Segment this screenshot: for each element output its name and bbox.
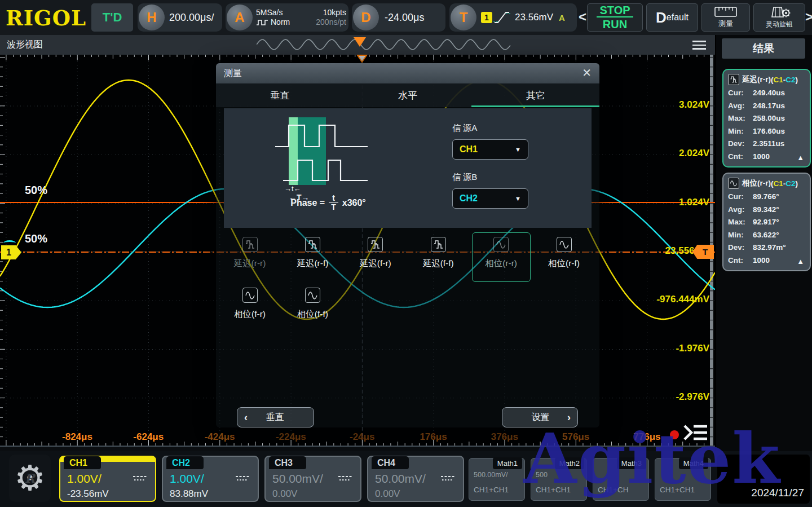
measure-type-icon [728,178,739,189]
channel-card[interactable]: CH2 1.00V/ 83.88mV [162,456,259,502]
trigger-button[interactable]: T 1 23.56mV A [449,3,577,32]
a-knob-icon[interactable]: A [227,5,253,30]
ch2-level-marker[interactable] [3,240,16,246]
math-scale: 500.00mV/ [474,471,508,479]
oscilloscope-screen: RIGOL T'D H 200.00μs/ A 5MSa/s 10kpts No… [0,0,812,507]
channel-offset: 83.88mV [170,488,208,500]
measure-item[interactable]: 延迟(r-f) [283,232,342,282]
expand-arrow-icon[interactable]: ▲ [797,153,804,162]
t-knob-icon[interactable]: T [451,5,476,30]
hamburger-menu-icon[interactable] [692,41,706,52]
r-monogram: R [25,471,35,486]
acquisition-button[interactable]: A 5MSa/s 10kpts Norm 200ns/pt [226,3,348,32]
voltage-axis-label: -2.976V [625,391,709,403]
chevron-right-icon: › [567,412,571,424]
h-knob-icon[interactable]: H [139,5,165,30]
measure-item[interactable]: 延迟(r-r) [220,232,279,282]
toolbar-next-arrow[interactable]: > [805,9,812,25]
measure-item[interactable]: 相位(f-f) [283,283,342,333]
dialog-back-button[interactable]: ‹ 垂直 [237,407,314,427]
default-label: efault [667,12,689,23]
smart-knob-button[interactable]: 灵动旋钮 [753,3,805,32]
run-label: RUN [603,17,627,31]
result-card[interactable]: 相位(r-r)(C1 - C2) Cur:89.766° Avg:89.342°… [722,173,811,271]
waveform-view-title: 波形视图 [7,39,43,51]
channel-offset: 0.00V [272,488,297,500]
trigger-source-badge: 1 [481,12,492,23]
coupling-icon [338,475,352,482]
measure-item[interactable]: 相位(r-f) [535,232,593,282]
time-axis-label: 176μs [400,431,467,443]
expand-arrow-icon[interactable]: ▲ [797,257,804,266]
result-card[interactable]: 延迟(r-r)(C1 - C2) Cur:249.40us Avg:248.17… [722,69,811,167]
date-label: 2024/11/27 [751,487,804,499]
measure-item[interactable]: 延迟(f-f) [409,232,467,282]
channel-offset: 0.00V [375,488,400,500]
timebase-value: 200.00μs/ [169,12,214,24]
quick-menu-icon[interactable] [682,422,709,443]
measure-label: 测量 [718,19,733,29]
record-indicator-dot [670,430,679,439]
math-expression: CH1+CH1 [660,486,695,494]
dialog-settings-button[interactable]: 设置 › [502,407,578,427]
math-scale: 500 [536,471,548,479]
result-row: Avg:248.17us [728,100,805,113]
result-row: Cnt:1000 [728,254,805,267]
channel-card[interactable]: CH4 50.00mV/ 0.00V [367,456,464,502]
coupling-icon [235,475,250,482]
delay-value: -24.00μs [385,12,424,24]
rigol-gear-logo[interactable]: ⚙ R [9,455,51,502]
d-knob-icon[interactable]: D [353,5,379,30]
math-card[interactable]: Math1 500.00mV/ CH1+CH1 [469,458,525,501]
measure-button[interactable]: 测量 [701,3,750,32]
channel-scale: 1.00V/ [170,472,204,486]
math-expression: CH1+CH [598,486,628,494]
default-button[interactable]: Default [646,3,698,32]
time-axis-label: 376μs [471,431,539,443]
math-name-tab: Math4 [679,457,708,469]
trigger-coupling: A [559,13,565,23]
ruler-icon [714,7,737,17]
waveform-view-bar: 波形视图 [0,35,715,55]
acquire-mode-icon [256,19,268,26]
time-axis-label: 576μs [542,431,610,443]
time-axis-label: -24μs [328,431,396,443]
trigger-level-value: 23.56mV [515,12,553,23]
voltage-axis-label: 3.024V [625,99,709,111]
trigger-50pct-upper-label: 50% [25,184,47,197]
voltage-axis-label: -976.444mV [625,294,709,305]
toolbar-prev-arrow[interactable]: < [579,9,586,25]
run-stop-button[interactable]: STOP RUN [587,3,643,32]
trigger-status-indicator[interactable]: T'D [91,3,133,32]
measure-item-icon [368,237,383,252]
math-expression: CH1+CH1 [536,486,571,494]
math-card[interactable]: Math4 CH1+CH1 [655,458,711,501]
measure-item[interactable]: 相位(f-r) [220,283,279,333]
channel-scale: 1.00V/ [67,472,102,486]
measure-item[interactable]: 延迟(f-r) [346,232,405,282]
memory-depth: 10kpts [323,8,346,17]
datetime-box[interactable]: 2024/11/27 [717,455,810,504]
math-card[interactable]: Math3 CH1+CH [593,458,649,501]
rigol-logo: RIGOL [6,6,86,30]
voltage-axis-label: 1.024V [625,197,709,208]
sample-resolution: 200ns/pt [316,17,346,27]
trigger-50pct-lower-label: 50% [25,232,47,245]
math-name-tab: Math2 [555,457,584,469]
time-axis-label: -424μs [186,431,254,443]
channel-name-tab: CH1 [64,456,101,469]
bottom-channel-bar: ⚙ R CH1 1.00V/ -23.56mV CH2 1.00V/ 83.88… [0,451,812,507]
math-name-tab: Math1 [493,457,522,469]
channel-card[interactable]: CH1 1.00V/ -23.56mV [59,456,156,502]
measure-item[interactable]: 相位(r-r) [472,232,531,282]
horizontal-timebase-button[interactable]: H 200.00μs/ [138,3,222,32]
delay-button[interactable]: D -24.00μs [352,3,445,32]
measure-item-icon [242,288,258,303]
result-row: Dev:2.3511us [728,138,805,151]
result-row: Cur:89.766° [728,191,805,204]
math-card[interactable]: Math2 500 CH1+CH1 [531,458,587,501]
waveform-overview-strip[interactable] [257,36,516,54]
channel-scale: 50.00mV/ [272,472,323,486]
measure-type-icon [728,74,739,85]
channel-card[interactable]: CH3 50.00mV/ 0.00V [264,456,361,502]
